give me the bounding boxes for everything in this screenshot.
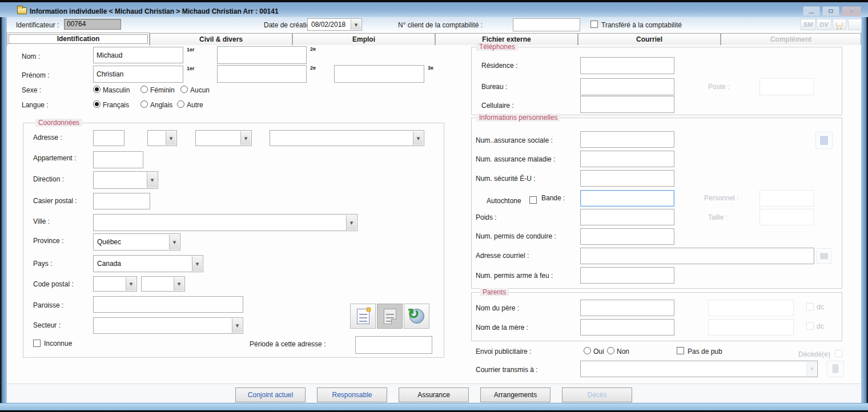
nas-input[interactable] [580,131,674,148]
chevron-down-icon[interactable]: ▾ [166,131,176,145]
infos-personnelles-title: Informations personnelles [476,114,560,122]
sexe-option-aucun: Aucun [190,86,210,94]
address-history-button[interactable]: ↻ [404,304,429,329]
adresse-rue-combo[interactable]: ▾ [270,130,424,146]
nsu-input[interactable] [580,170,674,187]
adresse-combo-2[interactable]: ▾ [195,130,252,146]
appartement-input[interactable] [93,151,143,168]
cart-wheel-icon [837,27,838,29]
envoi-radio-non[interactable] [607,347,614,354]
envoi-non-label: Non [617,348,629,356]
address-list-button[interactable] [350,304,376,329]
conjoint-actuel-button[interactable]: Conjoint actuel [235,387,306,402]
direction-label: Direction : [33,175,64,183]
nom-input-1[interactable] [93,47,183,63]
prenom-input-3[interactable] [334,65,424,83]
page-fold-icon [391,319,396,324]
dv-button[interactable]: DV [817,19,831,30]
delete-button [827,361,844,377]
assurance-button[interactable]: Assurance [399,387,469,402]
pays-combo[interactable]: Canada ▾ [93,255,203,272]
extra-header-button[interactable] [848,19,862,30]
nom-mere-input-1[interactable] [580,319,674,336]
adresse-courriel-input[interactable] [580,248,814,264]
paroisse-input[interactable] [93,296,243,313]
mere-dc-checkbox [806,322,814,330]
close-icon: × [850,8,853,14]
adresse-numero-input[interactable] [93,130,124,146]
envoi-radio-oui[interactable] [584,347,591,354]
tab-civil-divers[interactable]: Civil & divers [150,33,292,45]
chevron-down-icon[interactable]: ▾ [232,318,242,333]
prenom-input-1[interactable] [93,66,183,83]
inconnue-checkbox[interactable] [33,340,41,347]
periode-input[interactable] [355,336,432,354]
sexe-radio-aucun[interactable] [180,86,188,93]
minimize-button[interactable] [803,6,820,16]
code-postal-combo-1[interactable]: ▾ [93,276,137,292]
nom-mere-input-2[interactable] [708,319,794,336]
tab-identification[interactable]: Identification [7,33,150,46]
adresse-combo-1[interactable]: ▾ [147,130,177,146]
prenom-sup-3e: 3e [428,65,433,71]
transfere-checkbox[interactable] [590,21,598,28]
permis-conduire-input[interactable] [580,228,674,245]
deces-button[interactable]: Décès [562,387,632,402]
chevron-down-icon[interactable]: ▾ [413,131,423,145]
address-report-button[interactable] [377,304,403,329]
province-combo[interactable]: Québec ▾ [93,233,180,251]
nom-pere-input-1[interactable] [580,300,674,316]
pas-de-pub-label: Pas de pub [688,348,722,356]
close-button[interactable]: × [842,6,861,16]
nom-input-2[interactable] [217,46,307,64]
tab-complement[interactable]: Complément [721,33,861,45]
inconnue-label: Inconnue [44,340,72,348]
direction-combo[interactable]: ▾ [93,171,158,189]
residence-input[interactable] [580,57,674,74]
chevron-down-icon[interactable]: ▾ [174,277,184,290]
appartement-label: Appartement : [33,154,76,162]
langue-option-francais: Français [103,101,129,109]
identificateur-label: Identificateur : [16,21,59,29]
courrier-transmis-combo[interactable]: ▾ [580,361,818,377]
cellulaire-input[interactable] [580,96,674,113]
poids-input[interactable] [580,209,674,225]
pas-de-pub-checkbox[interactable] [677,347,684,354]
chevron-down-icon[interactable]: ▾ [126,277,136,290]
date-creation-field[interactable]: 08/02/2018 ▾ [307,18,362,31]
tab-courriel[interactable]: Courriel [578,33,721,45]
chevron-down-icon[interactable]: ▾ [346,215,356,230]
chevron-down-icon[interactable]: ▾ [351,19,361,30]
arrangements-button[interactable]: Arrangements [480,387,550,402]
nom-pere-label: Nom du père : [476,304,519,312]
langue-radio-francais[interactable] [93,100,101,108]
chevron-down-icon[interactable]: ▾ [240,131,251,145]
bureau-input[interactable] [580,78,674,95]
sexe-radio-feminin[interactable] [140,86,148,93]
maximize-button[interactable] [822,6,839,16]
langue-radio-autre[interactable] [177,100,184,108]
chevron-down-icon[interactable]: ▾ [192,256,202,271]
tab-emploi[interactable]: Emploi [292,33,435,45]
langue-radio-anglais[interactable] [140,100,148,108]
chevron-down-icon[interactable]: ▾ [806,362,817,376]
decede-label: Décédé(e) [798,350,830,358]
langue-option-autre: Autre [187,101,203,109]
prenom-input-2[interactable] [217,65,307,83]
autochtone-checkbox[interactable] [529,196,537,204]
cart-button[interactable] [833,19,846,30]
nam-input[interactable] [580,151,674,167]
responsable-button[interactable]: Responsable [317,387,387,402]
sexe-radio-masculin[interactable] [93,86,101,93]
chevron-down-icon[interactable]: ▾ [169,235,179,249]
permis-arme-input[interactable] [580,267,674,284]
code-postal-combo-2[interactable]: ▾ [141,276,185,292]
no-client-input[interactable] [513,18,580,31]
casier-postal-input[interactable] [93,193,150,209]
sm-button[interactable]: SM [801,19,815,30]
nom-pere-input-2[interactable] [708,300,794,316]
secteur-combo[interactable]: ▾ [93,317,243,334]
chevron-down-icon[interactable]: ▾ [147,172,157,188]
ville-combo[interactable]: ▾ [93,214,357,231]
bande-input[interactable] [580,190,674,207]
